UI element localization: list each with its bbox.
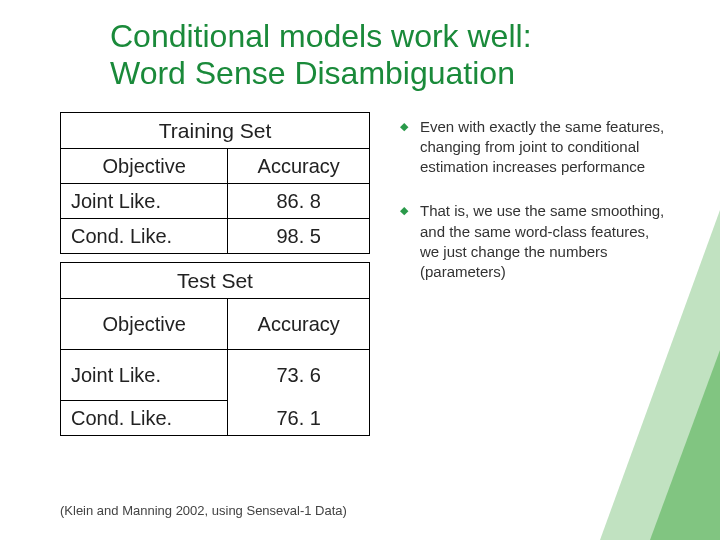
title-line-1: Conditional models work well:	[110, 18, 532, 54]
training-col-objective: Objective	[61, 148, 228, 183]
test-row-1-objective: Cond. Like.	[61, 401, 228, 436]
training-row-0-accuracy: 86. 8	[228, 183, 370, 218]
training-set-label: Training Set	[61, 112, 370, 148]
content-row: Training Set Objective Accuracy Joint Li…	[40, 112, 680, 445]
test-table: Test Set Objective Accuracy Joint Like. …	[60, 262, 370, 436]
slide-container: Conditional models work well: Word Sense…	[0, 0, 720, 540]
training-col-accuracy: Accuracy	[228, 148, 370, 183]
list-item: That is, we use the same smoothing, and …	[400, 201, 670, 282]
bullets-column: Even with exactly the same features, cha…	[400, 112, 680, 445]
table-row: Joint Like. 73. 6	[61, 350, 370, 401]
training-row-1-accuracy: 98. 5	[228, 218, 370, 253]
training-row-1-objective: Cond. Like.	[61, 218, 228, 253]
tables-column: Training Set Objective Accuracy Joint Li…	[60, 112, 370, 445]
test-col-objective: Objective	[61, 299, 228, 350]
table-row: Cond. Like. 76. 1	[61, 401, 370, 436]
test-row-1-accuracy: 76. 1	[228, 401, 370, 436]
test-set-label: Test Set	[61, 262, 370, 298]
test-row-0-objective: Joint Like.	[61, 350, 228, 401]
test-row-0-accuracy: 73. 6	[228, 350, 370, 401]
table-row: Cond. Like. 98. 5	[61, 218, 370, 253]
test-col-accuracy: Accuracy	[228, 299, 370, 350]
training-table: Training Set Objective Accuracy Joint Li…	[60, 112, 370, 254]
slide-title: Conditional models work well: Word Sense…	[40, 18, 680, 92]
list-item: Even with exactly the same features, cha…	[400, 117, 670, 178]
training-row-0-objective: Joint Like.	[61, 183, 228, 218]
title-line-2: Word Sense Disambiguation	[110, 55, 515, 91]
table-row: Joint Like. 86. 8	[61, 183, 370, 218]
citation-footnote: (Klein and Manning 2002, using Senseval-…	[60, 503, 347, 518]
bullet-list: Even with exactly the same features, cha…	[400, 117, 670, 283]
